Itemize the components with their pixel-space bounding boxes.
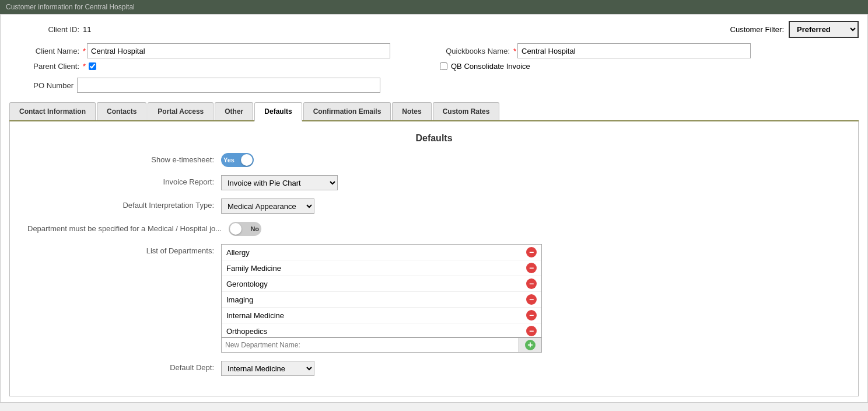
client-name-col: Client Name: * — [9, 43, 428, 58]
toggle-yes-label: Yes — [223, 156, 235, 163]
default-dept-select-container: Internal Medicine Allergy Family Medicin… — [221, 361, 314, 376]
remove-family-medicine-btn[interactable]: − — [526, 263, 537, 273]
qb-name-input[interactable] — [517, 43, 751, 58]
new-dept-input[interactable] — [221, 337, 519, 353]
client-id-label: Client ID: — [9, 25, 79, 34]
dept-item-imaging: Imaging − — [222, 292, 541, 308]
main-content: Client ID: 11 Customer Filter: Preferred… — [0, 14, 868, 403]
dept-specified-toggle[interactable]: No — [229, 222, 261, 236]
toggle-knob — [241, 154, 253, 166]
tab-confirmation-emails[interactable]: Confirmation Emails — [303, 102, 391, 120]
dept-name-imaging: Imaging — [226, 295, 253, 304]
remove-imaging-btn[interactable]: − — [526, 294, 537, 305]
parent-client-label: Parent Client: — [9, 62, 79, 71]
po-number-row: PO Number — [9, 74, 859, 96]
customer-filter-select[interactable]: Preferred Standard VIP — [789, 21, 859, 38]
tab-contact-information[interactable]: Contact Information — [9, 102, 96, 120]
tab-content-defaults: Defaults Show e-timesheet: Yes Invoice R… — [9, 121, 859, 396]
dept-item-allergy: Allergy − — [222, 245, 541, 260]
show-etimesheet-row: Show e-timesheet: Yes — [27, 153, 841, 167]
customer-filter-area: Customer Filter: Preferred Standard VIP — [730, 21, 859, 38]
tab-notes-label: Notes — [402, 107, 421, 116]
tab-bar: Contact Information Contacts Portal Acce… — [9, 102, 859, 121]
dept-specified-row: Department must be specified for a Medic… — [27, 222, 841, 236]
qb-consolidate-col: QB Consolidate Invoice — [440, 62, 859, 71]
qb-name-required: * — [513, 47, 516, 55]
dept-item-orthopedics: Orthopedics − — [222, 323, 541, 337]
customer-filter-label: Customer Filter: — [730, 25, 784, 34]
add-dept-row: + — [221, 337, 542, 353]
show-etimesheet-toggle[interactable]: Yes — [221, 153, 254, 167]
dept-name-gerontology: Gerontology — [226, 280, 268, 288]
toggle-no-label: No — [250, 225, 259, 232]
interp-type-row: Default Interpretation Type: Medical App… — [27, 198, 841, 214]
parent-client-required: * — [83, 62, 86, 71]
header-row: Client ID: 11 Customer Filter: Preferred… — [9, 20, 859, 39]
qb-consolidate-label: QB Consolidate Invoice — [451, 62, 530, 71]
parent-client-row: Parent Client: * QB Consolidate Invoice — [9, 62, 859, 71]
dept-list-area: Allergy − Family Medicine − Gerontology … — [221, 244, 542, 353]
interp-type-select-container: Medical Appearance Legal Technical Gener… — [221, 198, 314, 214]
tab-defaults[interactable]: Defaults — [254, 102, 302, 121]
remove-orthopedics-btn[interactable]: − — [526, 326, 537, 336]
dept-name-allergy: Allergy — [226, 248, 250, 257]
add-icon: + — [525, 340, 536, 350]
dept-specified-toggle-knob — [230, 223, 242, 235]
dept-name-orthopedics: Orthopedics — [226, 327, 267, 336]
invoice-report-select[interactable]: Invoice with Pie Chart Standard Invoice … — [221, 175, 338, 190]
remove-allergy-btn[interactable]: − — [526, 247, 537, 257]
interp-type-label: Default Interpretation Type: — [27, 198, 214, 210]
qb-name-label: Quickbooks Name: — [440, 47, 510, 55]
dept-specified-toggle-container: No — [229, 222, 261, 236]
dept-list-label: List of Departments: — [27, 244, 214, 255]
show-etimesheet-toggle-container: Yes — [221, 153, 254, 167]
title-bar: Customer information for Central Hospita… — [0, 0, 868, 14]
dept-item-family-medicine: Family Medicine − — [222, 260, 541, 276]
tab-portal-access[interactable]: Portal Access — [148, 102, 214, 120]
po-number-label: PO Number — [9, 81, 74, 90]
tab-contacts-label: Contacts — [107, 107, 136, 116]
tab-defaults-label: Defaults — [264, 107, 292, 116]
tab-custom-rates-label: Custom Rates — [443, 107, 490, 116]
po-number-input[interactable] — [77, 78, 380, 93]
qb-name-col: Quickbooks Name: * — [440, 43, 859, 58]
dept-specified-label: Department must be specified for a Medic… — [27, 222, 222, 233]
add-dept-btn[interactable]: + — [519, 337, 542, 353]
tab-other[interactable]: Other — [215, 102, 253, 120]
invoice-report-label: Invoice Report: — [27, 175, 214, 186]
dept-item-internal-medicine: Internal Medicine − — [222, 308, 541, 323]
client-id-area: Client ID: 11 — [9, 20, 91, 39]
dept-name-internal-medicine: Internal Medicine — [226, 311, 284, 320]
tab-contact-information-label: Contact Information — [19, 107, 86, 116]
dept-name-family-medicine: Family Medicine — [226, 264, 281, 273]
show-etimesheet-label: Show e-timesheet: — [27, 153, 214, 164]
interp-type-select[interactable]: Medical Appearance Legal Technical Gener… — [221, 198, 314, 214]
title-bar-text: Customer information for Central Hospita… — [6, 3, 135, 11]
tab-confirmation-emails-label: Confirmation Emails — [313, 107, 382, 116]
client-name-row: Client Name: * Quickbooks Name: * — [9, 43, 859, 58]
client-name-label: Client Name: — [9, 47, 79, 55]
dept-list-container[interactable]: Allergy − Family Medicine − Gerontology … — [221, 244, 542, 337]
tab-notes[interactable]: Notes — [392, 102, 431, 120]
parent-client-checkbox[interactable] — [89, 62, 96, 70]
dept-list-row: List of Departments: Allergy − Family Me… — [27, 244, 841, 353]
client-id-value: 11 — [83, 25, 91, 34]
parent-client-col: Parent Client: * — [9, 62, 428, 71]
tab-custom-rates[interactable]: Custom Rates — [433, 102, 500, 120]
remove-gerontology-btn[interactable]: − — [526, 278, 537, 289]
qb-consolidate-checkbox[interactable] — [440, 62, 447, 70]
tab-other-label: Other — [225, 107, 243, 116]
dept-item-gerontology: Gerontology − — [222, 276, 541, 292]
tab-contacts[interactable]: Contacts — [97, 102, 146, 120]
defaults-title: Defaults — [27, 133, 841, 144]
invoice-report-select-container: Invoice with Pie Chart Standard Invoice … — [221, 175, 338, 190]
default-dept-label: Default Dept: — [27, 361, 214, 372]
client-name-input[interactable] — [87, 43, 390, 58]
client-name-required: * — [83, 47, 86, 55]
remove-internal-medicine-btn[interactable]: − — [526, 310, 537, 321]
default-dept-row: Default Dept: Internal Medicine Allergy … — [27, 361, 841, 376]
default-dept-select[interactable]: Internal Medicine Allergy Family Medicin… — [221, 361, 314, 376]
tab-portal-access-label: Portal Access — [158, 107, 204, 116]
invoice-report-row: Invoice Report: Invoice with Pie Chart S… — [27, 175, 841, 190]
